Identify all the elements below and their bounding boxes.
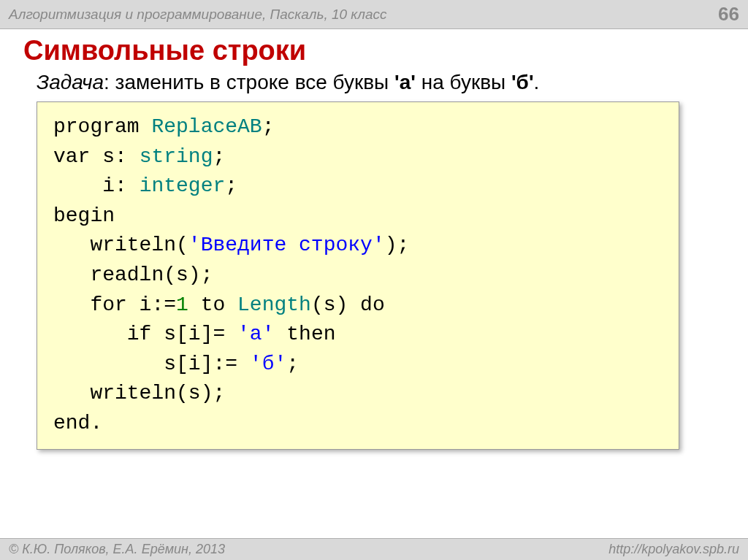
code-line-9: s[i]:= 'б';: [53, 350, 663, 380]
task-label: Задача: [37, 71, 104, 93]
code-line-7: for i:=1 to Length(s) do: [53, 291, 663, 321]
task-char2: 'б': [511, 71, 534, 93]
code-line-5: writeln('Введите строку');: [53, 231, 663, 261]
code-line-10: writeln(s);: [53, 379, 663, 409]
task-end: .: [534, 71, 540, 93]
code-line-8: if s[i]= 'а' then: [53, 320, 663, 350]
footer-authors: © К.Ю. Поляков, Е.А. Ерёмин, 2013: [9, 542, 225, 557]
task-description: Задача: заменить в строке все буквы 'а' …: [23, 71, 725, 94]
code-line-6: readln(s);: [53, 261, 663, 291]
code-line-1: program ReplaceAB;: [53, 112, 663, 142]
content-area: Символьные строки Задача: заменить в стр…: [0, 29, 748, 450]
page-number: 66: [718, 3, 739, 26]
footer-url: http://kpolyakov.spb.ru: [608, 542, 739, 557]
code-line-3: i: integer;: [53, 172, 663, 202]
task-text: : заменить в строке все буквы: [104, 71, 394, 93]
code-line-11: end.: [53, 409, 663, 439]
code-line-4: begin: [53, 202, 663, 231]
code-block: program ReplaceAB; var s: string; i: int…: [37, 101, 679, 450]
course-title: Алгоритмизация и программирование, Паска…: [9, 7, 387, 23]
code-line-2: var s: string;: [53, 142, 663, 172]
footer-bar: © К.Ю. Поляков, Е.А. Ерёмин, 2013 http:/…: [0, 538, 748, 560]
page-title: Символьные строки: [23, 35, 725, 66]
header-bar: Алгоритмизация и программирование, Паска…: [0, 0, 748, 29]
task-char1: 'а': [394, 71, 416, 93]
task-mid: на буквы: [416, 71, 511, 93]
